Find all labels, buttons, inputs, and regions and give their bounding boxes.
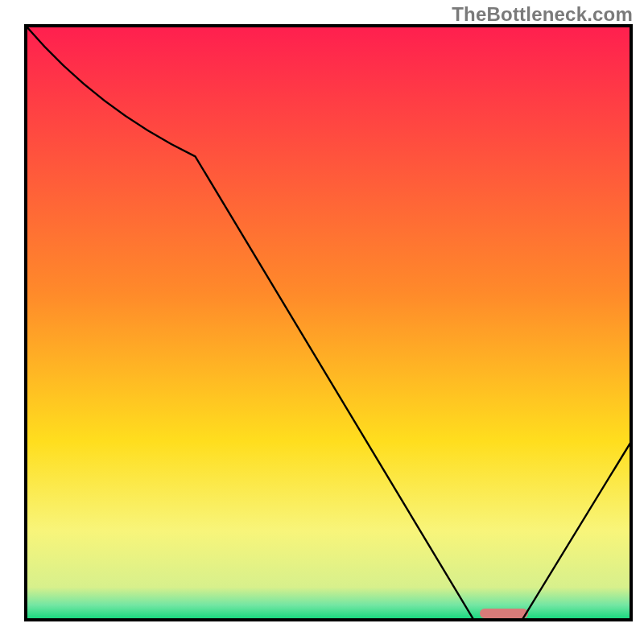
bottleneck-chart	[0, 0, 644, 644]
watermark-text: TheBottleneck.com	[452, 3, 633, 26]
plot-background	[26, 26, 631, 620]
svg-rect-1	[480, 609, 528, 618]
chart-canvas: TheBottleneck.com	[0, 0, 644, 644]
target-marker	[480, 609, 528, 618]
